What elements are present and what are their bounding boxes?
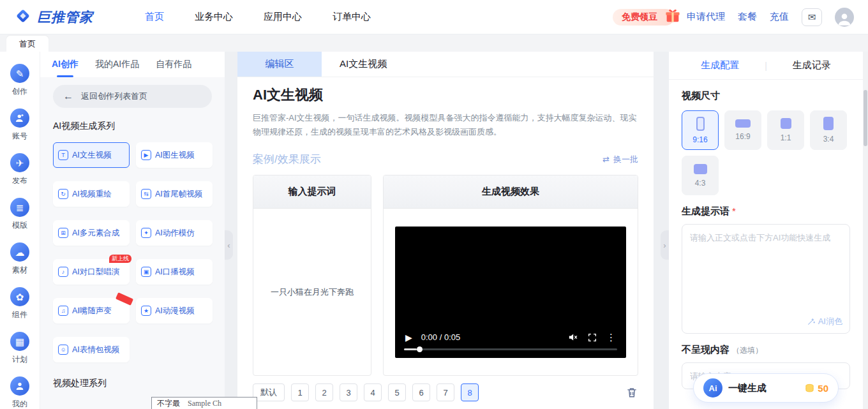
tab-own-works[interactable]: 自有作品 <box>156 52 191 77</box>
video-time: 0:00 / 0:05 <box>421 332 460 342</box>
page-tab-home[interactable]: 首页 <box>6 36 49 52</box>
avatar[interactable] <box>835 8 854 27</box>
ai-polish-button[interactable]: AI润色 <box>807 316 842 327</box>
result-card: 生成视频效果 ▶ 0:00 / 0:05 <box>383 175 638 376</box>
apply-agent-link[interactable]: 申请代理 <box>687 11 725 23</box>
result-card-body: ▶ 0:00 / 0:05 ⋮ <box>384 209 638 375</box>
tab-ai-create[interactable]: AI创作 <box>52 52 79 77</box>
mail-button[interactable]: ✉ <box>802 8 822 26</box>
wide-rect-icon <box>694 164 707 174</box>
tool-video-repaint[interactable]: ↻ AI视频重绘 <box>53 181 130 207</box>
video-player[interactable]: ▶ 0:00 / 0:05 ⋮ <box>395 227 626 358</box>
tool-anime-video[interactable]: ★ AI动漫视频 <box>136 298 213 323</box>
panel-tabs: AI创作 我的AI作品 自有作品 <box>40 52 225 77</box>
page-button-4[interactable]: 4 <box>364 383 382 401</box>
rail-item-template[interactable]: ≣ 模版 <box>0 192 40 237</box>
talking-icon: ▣ <box>141 267 151 277</box>
exclude-label-row: 不呈现内容 （选填） <box>682 344 850 356</box>
tab-text-to-video[interactable]: AI文生视频 <box>322 52 405 77</box>
more-options-icon[interactable]: ⋮ <box>606 332 616 343</box>
tool-first-last-frame[interactable]: ⇆ AI首尾帧视频 <box>136 181 213 207</box>
recharge-link[interactable]: 充值 <box>770 11 789 23</box>
generate-label: 一键生成 <box>728 382 767 394</box>
tab-generation-history[interactable]: 生成记录 <box>793 59 831 71</box>
generation-config-panel: 生成配置 | 生成记录 视频尺寸 9:16 16:9 1:1 <box>669 52 863 409</box>
tab-edit-zone[interactable]: 编辑区 <box>237 52 322 77</box>
refresh-button[interactable]: ⇄ 换一批 <box>602 154 638 165</box>
ratio-16-9[interactable]: 16:9 <box>724 110 761 150</box>
editor-area: 编辑区 AI文生视频 AI文生视频 巨推管家-AI文生视频，一句话生成视频。视频… <box>237 52 654 409</box>
rail-item-components[interactable]: ✿ 组件 <box>0 281 40 326</box>
ratio-1-1[interactable]: 1:1 <box>767 110 804 150</box>
prompt-card: 输入提示词 一只小猫在月光下奔跑 <box>253 175 371 376</box>
tab-generation-config[interactable]: 生成配置 <box>701 59 739 71</box>
panel-body: ← 返回创作列表首页 AI视频生成系列 T AI文生视频 ▶ AI图生视频 ↻ … <box>40 77 225 409</box>
rail-label: 计划 <box>12 354 27 365</box>
create-icon: ✎ <box>10 64 29 83</box>
tool-motion-mimic[interactable]: ✦ AI动作模仿 <box>136 220 213 246</box>
mail-icon: ✉ <box>808 11 816 23</box>
ratio-label: 4:3 <box>695 179 706 188</box>
page-default-button[interactable]: 默认 <box>253 383 285 401</box>
brand[interactable]: 巨推管家 <box>14 7 126 27</box>
page-button-7[interactable]: 7 <box>437 383 454 401</box>
delete-button[interactable] <box>625 386 638 399</box>
ratio-4-3[interactable]: 4:3 <box>682 156 719 195</box>
tool-meme-video[interactable]: ☺ AI表情包视频 <box>53 337 130 362</box>
rail-label: 账号 <box>12 131 27 142</box>
tool-label: AI图生视频 <box>155 150 195 161</box>
rail-item-create[interactable]: ✎ 创作 <box>0 58 40 103</box>
page-button-3[interactable]: 3 <box>340 383 357 401</box>
navbar-right: 免费领豆 申请代理 套餐 充值 ✉ <box>613 8 854 27</box>
plans-link[interactable]: 套餐 <box>738 11 757 23</box>
ratio-9-16[interactable]: 9:16 <box>682 110 719 150</box>
tool-text-to-video[interactable]: T AI文生视频 <box>53 142 130 168</box>
page-button-8[interactable]: 8 <box>461 383 479 401</box>
rail-item-profile[interactable]: 我的 <box>0 371 40 409</box>
rail-label: 素材 <box>12 265 27 276</box>
fullscreen-icon[interactable] <box>587 332 597 343</box>
video-progress-bar[interactable] <box>404 348 617 350</box>
prompt-title: 生成提示语 <box>682 205 730 218</box>
scrollbar-thumb[interactable] <box>864 90 867 146</box>
back-to-list-button[interactable]: ← 返回创作列表首页 <box>53 85 212 108</box>
text-video-icon: T <box>58 150 68 160</box>
tool-multi-element[interactable]: ⊞ AI多元素合成 <box>53 220 130 246</box>
free-beans-button[interactable]: 免费领豆 <box>613 9 674 26</box>
page-button-1[interactable]: 1 <box>291 383 309 401</box>
nav-app-center[interactable]: 应用中心 <box>264 11 302 23</box>
tool-lipsync-sing[interactable]: 新上线 ♪ AI对口型唱演 <box>53 259 130 285</box>
publish-icon: ✈ <box>10 153 29 172</box>
tool-voice-morph[interactable]: ♫ AI嘴随声变 <box>53 298 130 323</box>
nav-business-center[interactable]: 业务中心 <box>195 11 233 23</box>
play-icon[interactable]: ▶ <box>405 332 412 343</box>
page-scrollbar[interactable] <box>863 52 868 409</box>
template-icon: ≣ <box>10 198 29 217</box>
rail-item-assets[interactable]: ☁ 素材 <box>0 237 40 281</box>
collapse-right-handle[interactable]: › <box>661 230 669 260</box>
chevron-left-icon: ‹ <box>227 241 230 250</box>
rail-item-publish[interactable]: ✈ 发布 <box>0 147 40 192</box>
tool-talking-video[interactable]: ▣ AI口播视频 <box>136 259 213 285</box>
popup-text: 不字最 <box>157 398 180 409</box>
page-button-5[interactable]: 5 <box>388 383 406 401</box>
showcase-title: 案例/效果展示 <box>253 152 321 167</box>
page-button-6[interactable]: 6 <box>412 383 430 401</box>
mute-icon[interactable] <box>567 332 578 343</box>
tab-my-ai-works[interactable]: 我的AI作品 <box>95 52 139 77</box>
nav-home[interactable]: 首页 <box>145 11 164 23</box>
page-button-2[interactable]: 2 <box>315 383 333 401</box>
voice-morph-icon: ♫ <box>58 306 68 316</box>
ai-polish-label: AI润色 <box>818 316 842 327</box>
pagination: 默认 1 2 3 4 5 6 7 8 <box>253 383 638 401</box>
rail-item-plan[interactable]: ▦ 计划 <box>0 326 40 371</box>
ratio-3-4[interactable]: 3:4 <box>810 110 847 150</box>
generate-button[interactable]: Ai 一键生成 50 <box>693 373 839 403</box>
nav-order-center[interactable]: 订单中心 <box>333 11 371 23</box>
tool-image-to-video[interactable]: ▶ AI图生视频 <box>136 142 213 168</box>
tool-label: AI首尾帧视频 <box>155 189 202 200</box>
tool-label: AI动漫视频 <box>155 306 195 316</box>
collapse-left-handle[interactable]: ‹ <box>225 230 233 260</box>
rail-item-account[interactable]: 账号 <box>0 103 40 147</box>
showcase-header: 案例/效果展示 ⇄ 换一批 <box>253 152 638 167</box>
